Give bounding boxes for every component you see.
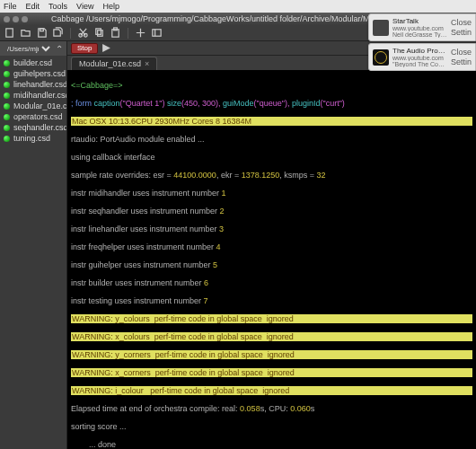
- close-window-icon[interactable]: [4, 16, 10, 22]
- stop-button[interactable]: Stop: [71, 43, 98, 54]
- paste-icon[interactable]: [110, 27, 121, 39]
- menu-view[interactable]: View: [76, 2, 93, 11]
- minimize-window-icon[interactable]: [13, 16, 19, 22]
- notification-startalk[interactable]: StarTalk www.youtube.com Neil deGrasse T…: [368, 13, 476, 41]
- notification-body: Neil deGrasse Tyson Expla…: [392, 31, 447, 38]
- menubar: File Edit Tools View Help: [0, 0, 476, 13]
- svg-rect-4: [96, 29, 101, 35]
- menu-edit[interactable]: Edit: [26, 2, 40, 11]
- file-item-linehandler[interactable]: linehandler.csd: [0, 79, 66, 90]
- sidebar: /Users/mjmogo… ⌃ builder.csd guihelpers.…: [0, 41, 67, 449]
- notification-close-button[interactable]: Close: [451, 18, 472, 27]
- open-file-icon[interactable]: [20, 27, 31, 39]
- sidebar-path-select[interactable]: /Users/mjmogo…: [4, 44, 53, 54]
- zoom-window-icon[interactable]: [22, 16, 28, 22]
- notification-settings-button[interactable]: Settin: [451, 28, 472, 37]
- save-file-icon[interactable]: [36, 27, 48, 39]
- notification-thumbnail-icon: [373, 49, 389, 66]
- copy-icon[interactable]: [93, 27, 105, 39]
- menu-file[interactable]: File: [4, 2, 17, 11]
- toolbar-separator: [128, 28, 128, 39]
- save-all-icon[interactable]: [52, 27, 64, 39]
- svg-rect-8: [153, 30, 161, 36]
- notification-close-button[interactable]: Close: [451, 48, 472, 57]
- file-item-guihelpers[interactable]: guihelpers.csd: [0, 68, 66, 79]
- svg-rect-1: [40, 29, 44, 31]
- file-item-operators[interactable]: operators.csd: [0, 111, 66, 122]
- csd-file-icon: [4, 82, 10, 88]
- csd-file-icon: [4, 136, 10, 142]
- show-sidebar-icon[interactable]: [151, 27, 163, 39]
- csd-file-icon: [4, 103, 10, 110]
- csd-file-icon: [4, 125, 10, 131]
- notification-title: The Audio Programmer: [392, 47, 447, 55]
- close-tab-icon[interactable]: ×: [145, 59, 149, 68]
- output-console[interactable]: <=Cabbage=> ; form caption("Quartet 1") …: [67, 70, 476, 449]
- file-item-seqhandler[interactable]: seqhandler.csd: [0, 122, 66, 133]
- sidebar-header: /Users/mjmogo… ⌃: [0, 41, 66, 56]
- notification-settings-button[interactable]: Settin: [451, 57, 472, 66]
- notification-source: www.youtube.com: [392, 25, 447, 31]
- file-item-builder[interactable]: builder.csd: [0, 57, 66, 68]
- svg-rect-5: [98, 31, 103, 37]
- file-item-modular[interactable]: Modular_01e.csd: [0, 101, 66, 111]
- file-list: builder.csd guihelpers.csd linehandler.c…: [0, 56, 66, 145]
- toggle-comment-icon[interactable]: [135, 27, 146, 39]
- sidebar-up-icon[interactable]: ⌃: [56, 44, 63, 54]
- csd-file-icon: [4, 60, 10, 66]
- menu-tools[interactable]: Tools: [48, 2, 67, 11]
- play-button[interactable]: [101, 43, 111, 53]
- tab-label: Modular_01e.csd: [79, 59, 141, 68]
- notification-body: "Beyond The Code " - Hav…: [392, 61, 447, 67]
- notification-source: www.youtube.com: [392, 55, 447, 61]
- main-panel: Stop Modular_01e.csd × <=Cabbage=> ; for…: [67, 41, 476, 449]
- file-item-tuning[interactable]: tuning.csd: [0, 133, 66, 144]
- tab-modular[interactable]: Modular_01e.csd ×: [71, 57, 157, 70]
- file-item-midihandler[interactable]: midihandler.csd: [0, 90, 66, 101]
- csd-file-icon: [4, 114, 10, 120]
- notification-stack: StarTalk www.youtube.com Neil deGrasse T…: [368, 13, 476, 71]
- notification-audioprogrammer[interactable]: The Audio Programmer www.youtube.com "Be…: [368, 43, 476, 71]
- new-file-icon[interactable]: [4, 27, 15, 39]
- csd-file-icon: [4, 71, 10, 77]
- csd-file-icon: [4, 92, 10, 99]
- toolbar-separator: [70, 28, 71, 39]
- menu-help[interactable]: Help: [102, 2, 119, 11]
- notification-thumbnail-icon: [373, 20, 389, 36]
- svg-marker-10: [103, 44, 111, 52]
- cut-icon[interactable]: [77, 27, 89, 39]
- svg-rect-0: [6, 29, 13, 37]
- notification-title: StarTalk: [392, 17, 447, 25]
